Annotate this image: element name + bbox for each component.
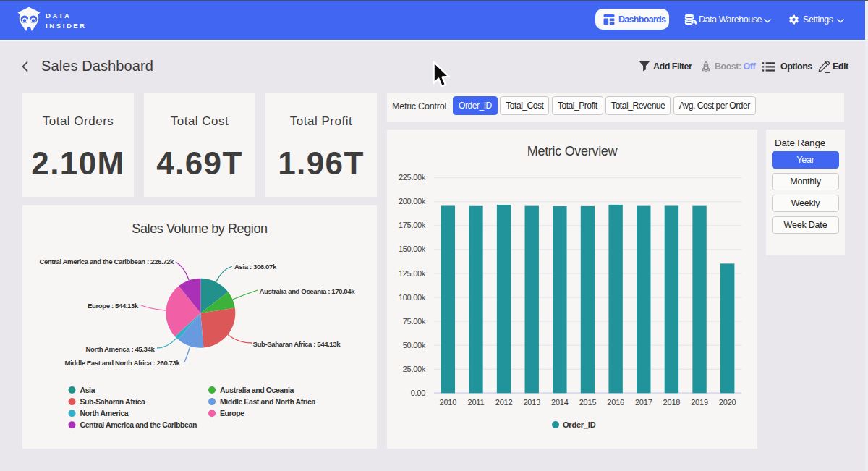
svg-text:Australia and Oceania: Australia and Oceania	[220, 386, 294, 394]
svg-text:2011: 2011	[468, 398, 485, 407]
svg-text:Sub-Saharan Africa : 544.13k: Sub-Saharan Africa : 544.13k	[253, 340, 341, 348]
svg-text:2020: 2020	[719, 398, 736, 407]
svg-text:2012: 2012	[495, 398, 513, 407]
svg-text:2016: 2016	[607, 398, 624, 407]
svg-text:Australia and Oceania : 170.04: Australia and Oceania : 170.04k	[260, 287, 356, 295]
svg-text:North America: North America	[80, 409, 129, 417]
svg-text:Order_ID: Order_ID	[563, 420, 596, 429]
svg-text:125.00k: 125.00k	[399, 269, 426, 278]
svg-text:0.00: 0.00	[411, 389, 425, 397]
svg-text:Sub-Saharan Africa: Sub-Saharan Africa	[80, 397, 145, 406]
svg-text:Central America and the Caribb: Central America and the Caribbean : 226.…	[39, 258, 174, 266]
svg-text:2010: 2010	[439, 398, 456, 407]
svg-text:2013: 2013	[523, 398, 540, 407]
svg-text:225.00k: 225.00k	[399, 173, 426, 182]
svg-text:175.00k: 175.00k	[399, 221, 426, 229]
svg-text:Central America and the Caribb: Central America and the Caribbean	[80, 420, 197, 429]
svg-text:Europe: Europe	[220, 409, 244, 417]
svg-text:200.00k: 200.00k	[399, 197, 426, 205]
svg-text:North America : 45.34k: North America : 45.34k	[86, 345, 156, 353]
svg-text:25.00k: 25.00k	[403, 365, 426, 373]
svg-text:Middle East and North Africa: Middle East and North Africa	[220, 397, 315, 406]
svg-text:50.00k: 50.00k	[403, 341, 426, 349]
svg-text:2014: 2014	[551, 398, 569, 407]
svg-text:Asia: Asia	[80, 386, 95, 394]
svg-text:75.00k: 75.00k	[403, 317, 426, 326]
svg-text:Asia : 306.07k: Asia : 306.07k	[234, 263, 277, 271]
svg-text:100.00k: 100.00k	[399, 293, 426, 302]
svg-text:150.00k: 150.00k	[399, 245, 426, 253]
svg-text:2015: 2015	[579, 398, 597, 407]
svg-text:2019: 2019	[691, 398, 708, 407]
svg-text:Europe : 544.13k: Europe : 544.13k	[88, 302, 139, 310]
svg-text:Middle East and North Africa :: Middle East and North Africa : 260.73k	[65, 359, 181, 367]
svg-text:2018: 2018	[663, 398, 681, 407]
svg-text:2017: 2017	[635, 398, 652, 407]
